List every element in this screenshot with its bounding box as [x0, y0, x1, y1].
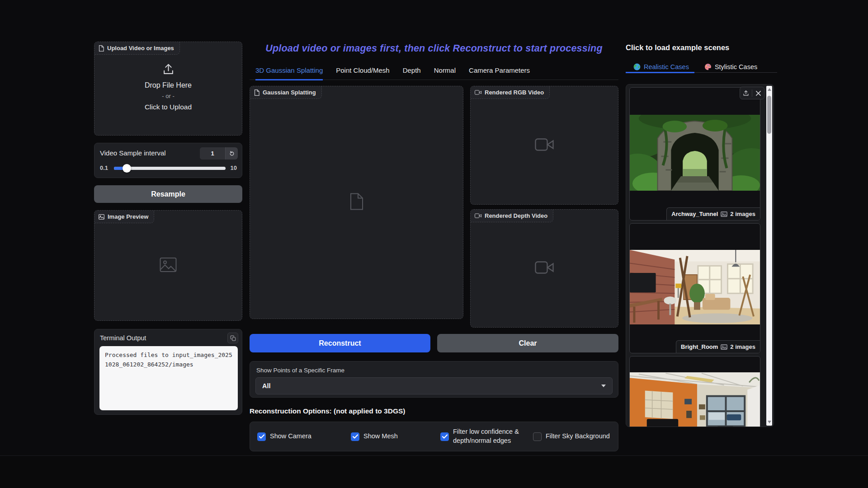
example-name: Archway_Tunnel — [671, 211, 718, 217]
gallery-actions — [740, 87, 764, 99]
tab-stylistic-cases[interactable]: Stylistic Cases — [704, 61, 757, 73]
example-card-orange-office[interactable] — [629, 356, 760, 427]
terminal-panel: Terminal Output Processed files to input… — [94, 329, 242, 415]
rendered-rgb-video-panel[interactable]: Rendered RGB Video — [470, 86, 618, 205]
rendered-depth-video-panel[interactable]: Rendered Depth Video — [470, 209, 618, 328]
checkbox-label: Filter Sky Background — [546, 432, 610, 441]
main-tabs: 3D Gaussian Splatting Point Cloud/Mesh D… — [250, 66, 618, 80]
app-root: Upload Video or Images Drop File Here - … — [0, 0, 868, 488]
tab-realistic-cases[interactable]: Realistic Cases — [633, 61, 689, 73]
examples-tabs: Realistic Cases Stylistic Cases — [626, 61, 778, 73]
terminal-title: Terminal Output — [100, 334, 146, 342]
example-count: 2 images — [730, 211, 755, 217]
slider-max-label: 10 — [231, 164, 237, 171]
terminal-output-text[interactable]: Processed files to input_images_20251028… — [99, 346, 238, 410]
checkbox-show-camera[interactable]: Show Camera — [257, 422, 311, 451]
sample-interval-number-group: 1 — [200, 147, 238, 160]
checkbox-icon[interactable] — [257, 432, 266, 441]
checkbox-icon[interactable] — [533, 432, 542, 441]
chevron-down-icon — [601, 385, 606, 387]
gaussian-splatting-label-chip: Gaussian Splatting — [250, 86, 322, 99]
reconstruct-button[interactable]: Reconstruct — [250, 334, 430, 352]
file-placeholder-icon — [350, 193, 363, 212]
upload-icon — [162, 63, 175, 75]
archway-tunnel-thumbnail — [630, 115, 760, 191]
reconstruction-options-panel: Show Camera Show Mesh Filter low confide… — [250, 422, 618, 451]
tab-normal[interactable]: Normal — [434, 66, 456, 80]
image-placeholder-icon — [160, 257, 177, 274]
upload-label-chip: Upload Video or Images — [94, 42, 180, 55]
sample-interval-label: Video Sample interval — [100, 149, 166, 157]
checkbox-label: Show Mesh — [363, 432, 398, 441]
click-to-upload-text[interactable]: Click to Upload — [94, 103, 242, 111]
checkbox-icon[interactable] — [351, 432, 359, 441]
rendered-rgb-label-chip: Rendered RGB Video — [471, 86, 550, 99]
image-icon — [99, 214, 104, 220]
share-upload-icon[interactable] — [740, 87, 752, 99]
tab-camera-parameters[interactable]: Camera Parameters — [469, 66, 530, 80]
rendered-depth-label: Rendered Depth Video — [485, 212, 547, 219]
resample-button[interactable]: Resample — [94, 185, 242, 203]
image-preview-panel[interactable]: Image Preview — [94, 210, 242, 321]
clear-button[interactable]: Clear — [437, 334, 618, 352]
example-card-bright-room[interactable]: Bright_Room 2 images — [629, 223, 760, 353]
gallery-scrollbar[interactable] — [766, 86, 772, 426]
checkbox-icon[interactable] — [440, 432, 449, 441]
upload-dropzone[interactable]: Upload Video or Images Drop File Here - … — [94, 42, 242, 136]
video-icon — [475, 213, 481, 218]
frame-select-value: All — [262, 382, 601, 389]
slider-handle[interactable] — [123, 164, 131, 173]
examples-active-tab-underline — [626, 72, 694, 73]
interval-slider[interactable] — [114, 167, 226, 170]
file-icon — [254, 89, 259, 96]
rendered-depth-label-chip: Rendered Depth Video — [471, 210, 553, 222]
status-banner: Upload video or images first, then click… — [250, 43, 618, 54]
gaussian-splatting-label: Gaussian Splatting — [263, 89, 316, 96]
checkbox-show-mesh[interactable]: Show Mesh — [351, 422, 398, 451]
checkbox-filter-low-confidence[interactable]: Filter low confidence & depth/normal edg… — [440, 422, 529, 451]
file-icon — [99, 45, 104, 52]
reconstruction-options-title: Reconstruction Options: (not applied to … — [250, 407, 618, 415]
image-preview-label: Image Preview — [108, 213, 148, 220]
gaussian-splatting-viewer[interactable]: Gaussian Splatting — [250, 86, 463, 319]
scrollbar-thumb[interactable] — [767, 96, 771, 134]
drop-file-text: Drop File Here — [94, 81, 242, 89]
close-icon[interactable] — [752, 87, 764, 99]
slider-min-label: 0.1 — [100, 164, 108, 171]
frame-select-label: Show Points of a Specific Frame — [256, 367, 344, 374]
scroll-down-icon[interactable] — [766, 418, 772, 426]
bottom-band — [0, 456, 868, 488]
example-card-archway-tunnel[interactable]: Archway_Tunnel 2 images — [629, 87, 760, 221]
tab-label: Stylistic Cases — [715, 63, 757, 70]
sample-interval-input[interactable]: 1 — [200, 147, 225, 160]
rendered-rgb-label: Rendered RGB Video — [485, 89, 544, 96]
checkbox-label: Show Camera — [270, 432, 311, 441]
tab-3d-gaussian-splatting[interactable]: 3D Gaussian Splatting — [255, 66, 323, 80]
example-name: Bright_Room — [681, 343, 718, 350]
checkbox-label: Filter low confidence & depth/normal edg… — [453, 427, 525, 445]
image-preview-label-chip: Image Preview — [94, 211, 154, 223]
example-caption: Archway_Tunnel 2 images — [666, 207, 760, 220]
or-text: - or - — [94, 93, 242, 99]
checkbox-filter-sky-background[interactable]: Filter Sky Background — [533, 422, 610, 451]
frame-select-dropdown[interactable]: All — [255, 377, 613, 394]
picture-icon — [721, 344, 727, 350]
orange-office-thumbnail — [630, 372, 760, 427]
video-icon — [475, 90, 481, 95]
picture-icon — [721, 211, 727, 217]
globe-icon — [633, 63, 641, 70]
copy-icon[interactable] — [227, 333, 238, 343]
examples-title: Click to load example scenes — [626, 43, 775, 52]
tab-point-cloud-mesh[interactable]: Point Cloud/Mesh — [336, 66, 389, 80]
frame-select-panel: Show Points of a Specific Frame All — [250, 361, 618, 398]
palette-icon — [704, 63, 712, 70]
video-placeholder-icon — [535, 261, 554, 276]
upload-drop-area[interactable]: Drop File Here - or - Click to Upload — [94, 63, 242, 111]
example-count: 2 images — [730, 343, 755, 350]
examples-gallery: Archway_Tunnel 2 images — [626, 84, 774, 427]
reset-icon[interactable] — [225, 147, 238, 160]
upload-label: Upload Video or Images — [107, 45, 174, 52]
tab-label: Realistic Cases — [644, 63, 689, 70]
scroll-up-icon[interactable] — [766, 86, 772, 93]
tab-depth[interactable]: Depth — [403, 66, 421, 80]
